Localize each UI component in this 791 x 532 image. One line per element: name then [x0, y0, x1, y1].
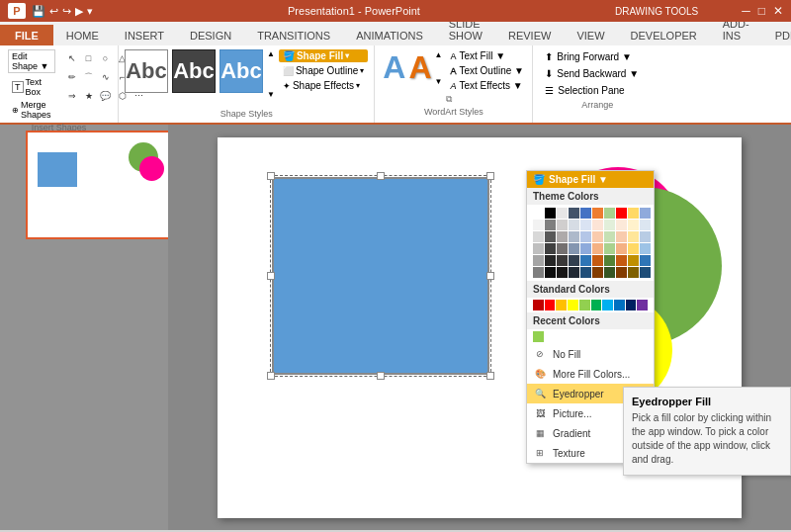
color-cell[interactable]: [569, 220, 579, 230]
text-box-button[interactable]: T Text Box: [8, 76, 55, 98]
handle-bottom-middle[interactable]: [377, 372, 385, 380]
shape-effects-button[interactable]: ✦ Shape Effects ▾: [279, 79, 368, 92]
more-fill-colors-item[interactable]: 🎨 More Fill Colors...: [527, 364, 654, 384]
color-cell[interactable]: [557, 255, 568, 266]
tab-transitions[interactable]: TRANSITIONS: [244, 25, 343, 45]
color-cell[interactable]: [628, 208, 639, 219]
wordart-scrollbar[interactable]: ▲ ▼: [435, 50, 443, 86]
color-cell[interactable]: [557, 231, 568, 242]
color-cell[interactable]: [592, 243, 603, 254]
handle-bottom-right[interactable]: [486, 372, 494, 380]
color-cell[interactable]: [569, 255, 579, 266]
color-cell[interactable]: [533, 231, 544, 242]
color-cell[interactable]: [592, 220, 603, 230]
color-cell[interactable]: [628, 220, 639, 230]
handle-top-middle[interactable]: [377, 172, 385, 180]
std-color-cell[interactable]: [556, 300, 567, 310]
tab-insert[interactable]: INSERT: [112, 25, 177, 45]
handle-middle-left[interactable]: [267, 272, 275, 280]
callout-tool[interactable]: 💬: [97, 87, 115, 105]
color-cell[interactable]: [604, 267, 615, 278]
color-cell[interactable]: [545, 243, 556, 254]
color-cell[interactable]: [557, 267, 568, 278]
color-cell[interactable]: [640, 255, 651, 266]
color-cell[interactable]: [640, 220, 651, 230]
color-cell[interactable]: [604, 243, 615, 254]
color-cell[interactable]: [545, 267, 556, 278]
shape-style-3[interactable]: Abc: [220, 49, 263, 93]
color-cell[interactable]: [604, 255, 615, 266]
tab-view[interactable]: VIEW: [564, 25, 617, 45]
std-color-cell[interactable]: [602, 300, 613, 310]
color-cell[interactable]: [592, 255, 603, 266]
curve-tool[interactable]: ⌒: [80, 68, 98, 86]
color-cell[interactable]: [580, 208, 591, 219]
text-fill-button[interactable]: A Text Fill ▼: [446, 49, 528, 62]
handle-bottom-left[interactable]: [267, 372, 275, 380]
color-cell[interactable]: [592, 208, 603, 219]
color-cell[interactable]: [580, 267, 591, 278]
shape-style-1[interactable]: Abc: [125, 49, 168, 93]
color-cell[interactable]: [640, 208, 651, 219]
arrow-tool[interactable]: ↖: [63, 49, 81, 67]
shape-style-2[interactable]: Abc: [172, 49, 216, 93]
color-cell[interactable]: [580, 255, 591, 266]
color-cell[interactable]: [533, 220, 544, 230]
handle-top-right[interactable]: [486, 172, 494, 180]
block-arrow-tool[interactable]: ⇒: [63, 87, 81, 105]
handle-top-left[interactable]: [267, 172, 275, 180]
std-color-cell[interactable]: [579, 300, 590, 310]
color-cell[interactable]: [545, 255, 556, 266]
color-cell[interactable]: [580, 220, 591, 230]
tab-animations[interactable]: ANIMATIONS: [343, 25, 436, 45]
color-cell[interactable]: [628, 243, 639, 254]
color-cell[interactable]: [569, 243, 579, 254]
color-cell[interactable]: [580, 243, 591, 254]
slide-thumbnail-1[interactable]: [26, 131, 168, 239]
shape-fill-button[interactable]: 🪣 Shape Fill ▾: [279, 49, 368, 62]
tab-pdf[interactable]: PDF: [762, 25, 791, 45]
freeform-tool[interactable]: ∿: [97, 68, 115, 86]
color-cell[interactable]: [616, 220, 627, 230]
pen-tool[interactable]: ✏: [63, 68, 81, 86]
style-scrollbar[interactable]: ▲ ▼: [267, 49, 275, 99]
color-cell[interactable]: [628, 267, 639, 278]
tab-developer[interactable]: DEVELOPER: [618, 25, 710, 45]
star-tool[interactable]: ★: [80, 87, 98, 105]
tab-home[interactable]: HOME: [53, 25, 112, 45]
color-cell[interactable]: [592, 231, 603, 242]
color-cell[interactable]: [604, 220, 615, 230]
color-cell[interactable]: [557, 208, 568, 219]
std-color-cell[interactable]: [591, 300, 602, 310]
color-cell[interactable]: [545, 231, 556, 242]
color-cell[interactable]: [545, 208, 556, 219]
color-cell[interactable]: [569, 208, 579, 219]
tab-file[interactable]: FILE: [0, 25, 53, 45]
edit-shape-button[interactable]: Edit Shape ▼: [8, 49, 55, 73]
color-cell[interactable]: [640, 231, 651, 242]
no-fill-item[interactable]: ⊘ No Fill: [527, 344, 654, 364]
wordart-expand[interactable]: ⧉: [446, 94, 528, 105]
std-color-cell[interactable]: [533, 300, 544, 310]
circle-tool[interactable]: ○: [97, 49, 115, 67]
std-color-cell[interactable]: [637, 300, 648, 310]
restore-btn[interactable]: □: [758, 4, 765, 18]
color-cell[interactable]: [569, 267, 579, 278]
std-color-cell[interactable]: [568, 300, 578, 310]
wordart-a1[interactable]: A: [383, 49, 405, 86]
color-cell[interactable]: [580, 231, 591, 242]
wordart-a2[interactable]: A: [408, 49, 431, 86]
tab-review[interactable]: REVIEW: [495, 25, 564, 45]
std-color-cell[interactable]: [545, 300, 556, 310]
selection-pane-button[interactable]: ☰ Selection Pane: [541, 83, 654, 98]
color-cell[interactable]: [616, 243, 627, 254]
color-cell[interactable]: [616, 267, 627, 278]
redo-icon[interactable]: ↪: [62, 5, 71, 18]
color-cell[interactable]: [604, 208, 615, 219]
start-presentation-icon[interactable]: ▶: [75, 5, 83, 18]
handle-middle-right[interactable]: [486, 272, 494, 280]
merge-shapes-button[interactable]: ⊕ Merge Shapes: [8, 99, 55, 121]
recent-color-1[interactable]: [533, 331, 544, 342]
color-cell[interactable]: [604, 231, 615, 242]
color-cell[interactable]: [616, 208, 627, 219]
